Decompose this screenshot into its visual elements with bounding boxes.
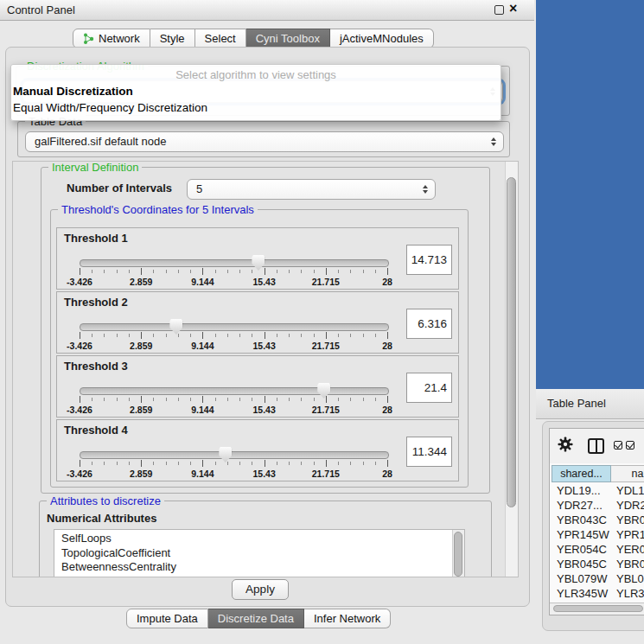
threshold-slider[interactable] [80, 387, 389, 395]
table-data-combobox[interactable]: galFiltered.sif default node [25, 131, 504, 152]
panel-scrollbar[interactable] [505, 162, 518, 577]
stepper-icon [491, 137, 496, 146]
tick-label: 2.859 [130, 277, 152, 287]
tick-label: 9.144 [191, 341, 214, 351]
column-header-name[interactable]: na [611, 465, 644, 482]
column-header-shared-name[interactable]: shared... [552, 465, 611, 482]
dropdown-option-equal-width-frequency[interactable]: Equal Width/Frequency Discretization [13, 101, 207, 114]
gear-icon[interactable] [558, 437, 573, 455]
threshold-value-field[interactable]: 21.4 [406, 373, 452, 403]
threshold-value-field[interactable]: 14.713 [406, 245, 452, 275]
threshold-label: Threshold 2 [64, 296, 128, 309]
tick-label: 21.715 [312, 341, 340, 351]
table-toolbar [550, 429, 644, 463]
combobox-value: 5 [196, 180, 202, 199]
tick-label: 15.43 [252, 277, 275, 287]
tab-cyni-toolbox[interactable]: Cyni Toolbox [246, 29, 330, 48]
tab-discretize-data[interactable]: Discretize Data [208, 609, 304, 628]
list-scrollbar[interactable] [452, 530, 464, 577]
bottom-tab-bar: Impute Data Discretize Data Infer Networ… [126, 609, 391, 628]
tick-label: 21.715 [312, 469, 340, 479]
table-h-scrollbar-thumb[interactable] [553, 605, 643, 612]
threshold-slider[interactable] [80, 323, 389, 331]
dropdown-hint: Select algorithm to view settings [11, 68, 501, 81]
threshold-value-field[interactable]: 11.344 [406, 437, 452, 467]
tab-label: Impute Data [137, 612, 198, 625]
tick-label: 28 [382, 469, 392, 479]
table-row[interactable]: YER054CYER0 [552, 542, 644, 557]
threshold-label: Threshold 4 [64, 424, 128, 437]
tab-network[interactable]: Network [73, 29, 150, 48]
checkbox-icon[interactable] [626, 441, 634, 450]
group-legend: Attributes to discretize [47, 494, 164, 507]
table-row[interactable]: YBR045CYBR0 [552, 557, 644, 571]
numerical-attributes-label: Numerical Attributes [47, 512, 156, 525]
group-legend: Interval Definition [48, 161, 142, 174]
tab-label: Cyni Toolbox [256, 32, 320, 45]
close-icon[interactable]: × [509, 1, 517, 16]
columns-icon[interactable] [588, 438, 604, 454]
settings-scroll-panel: Interval Definition Number of Intervals … [12, 161, 519, 577]
algorithm-dropdown-popup: Select algorithm to view settings Manual… [10, 64, 501, 121]
list-scrollbar-thumb[interactable] [454, 532, 462, 577]
tick-label: 28 [382, 341, 392, 351]
slider-scale: -3.4262.8599.14415.4321.71528 [80, 469, 387, 479]
table-h-scrollbar[interactable] [550, 603, 644, 615]
threshold-value-field[interactable]: 6.316 [406, 309, 452, 339]
table-row[interactable]: YBR043CYBR0 [552, 513, 644, 527]
table-row[interactable]: YPR145WYPR1 [552, 527, 644, 542]
apply-button[interactable]: Apply [232, 579, 289, 600]
slider-scale: -3.4262.8599.14415.4321.71528 [80, 277, 387, 287]
dropdown-option-manual-discretization[interactable]: Manual Discretization [13, 85, 133, 98]
attribute-list-item[interactable]: TopologicalCoefficient [54, 546, 452, 561]
tick-label: 15.43 [252, 469, 275, 479]
tick-label: -3.426 [67, 405, 92, 415]
tab-impute-data[interactable]: Impute Data [126, 609, 208, 628]
tab-label: Network [99, 32, 140, 45]
slider-scale: -3.4262.8599.14415.4321.71528 [80, 405, 387, 415]
interval-definition-group: Interval Definition Number of Intervals … [41, 167, 490, 494]
attribute-list-item[interactable]: BetweennessCentrality [54, 560, 452, 575]
table-panel-header: Table Panel [536, 389, 644, 419]
tick-label: 28 [382, 405, 392, 415]
tick-label: 2.859 [130, 469, 152, 479]
stepper-icon [423, 185, 428, 194]
table-row[interactable]: YDR27...YDR2 [552, 498, 644, 513]
float-window-icon[interactable] [494, 5, 504, 15]
top-tab-bar: Network Style Select Cyni Toolbox jActiv… [73, 29, 434, 48]
node-table: shared... na YDL19...YDL1YDR27...YDR2YBR… [549, 428, 644, 615]
tab-label: Style [160, 32, 185, 45]
panel-scrollbar-thumb[interactable] [507, 177, 516, 507]
tab-label: Select [205, 32, 236, 45]
tick-label: -3.426 [67, 469, 92, 479]
tick-label: 15.43 [252, 405, 275, 415]
table-row[interactable]: YBL079WYBL0 [552, 571, 644, 586]
tab-select[interactable]: Select [195, 29, 246, 48]
thresholds-group: Threshold's Coordinates for 5 Intervals … [50, 209, 469, 488]
number-of-intervals-label: Number of Intervals [67, 182, 172, 194]
tab-infer-network[interactable]: Infer Network [304, 609, 391, 628]
table-row[interactable]: YDL19...YDL1 [552, 483, 644, 498]
tab-label: Infer Network [314, 612, 380, 625]
tick-label: 9.144 [191, 469, 214, 479]
tab-jactivemnodules[interactable]: jActiveMNodules [330, 29, 434, 48]
table-data-group: Table Data galFiltered.sif default node [17, 121, 510, 157]
network-icon [83, 33, 94, 45]
threshold-panel-1: Threshold 1 -3.4262.8599.14415.4321.7152… [56, 227, 459, 290]
number-of-intervals-combobox[interactable]: 5 [187, 179, 436, 200]
checkbox-icon[interactable] [614, 441, 622, 450]
attributes-to-discretize-group: Attributes to discretize Numerical Attri… [39, 501, 492, 577]
tick-label: -3.426 [67, 277, 92, 287]
threshold-label: Threshold 3 [64, 360, 128, 373]
tick-label: 9.144 [191, 405, 214, 415]
threshold-slider[interactable] [80, 259, 389, 267]
tick-label: 9.144 [191, 277, 214, 287]
table-row[interactable]: YLR345WYLR3 [552, 586, 644, 601]
numerical-attributes-list: SelfLoopsTopologicalCoefficientBetweenne… [54, 529, 465, 577]
control-panel-titlebar: Control Panel × [0, 0, 534, 21]
tab-style[interactable]: Style [150, 29, 195, 48]
threshold-slider[interactable] [80, 451, 389, 459]
table-header-row: shared... na [552, 465, 644, 482]
attribute-list-item[interactable]: SelfLoops [54, 532, 452, 546]
tick-label: 2.859 [130, 341, 152, 351]
